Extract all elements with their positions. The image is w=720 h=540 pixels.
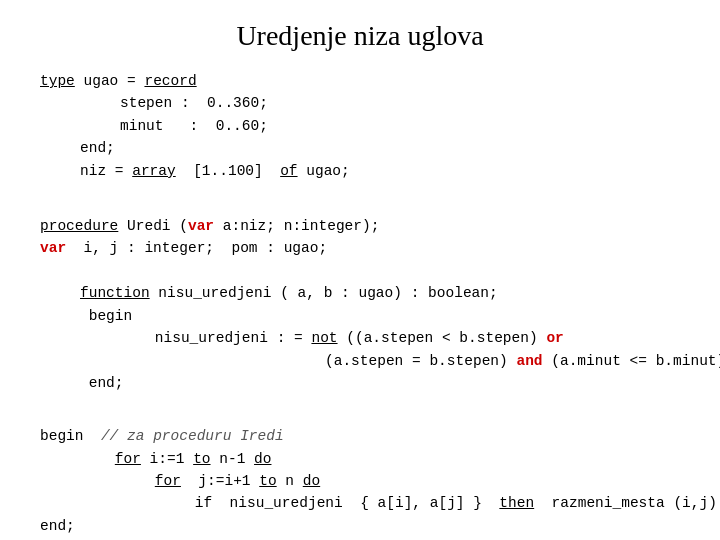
kw-for1: for bbox=[115, 451, 141, 467]
line-1: type ugao = record bbox=[40, 70, 690, 92]
line-begin-main: begin // za proceduru Iredi bbox=[40, 425, 690, 447]
line-5: niz = array [1..100] of ugao; bbox=[40, 160, 690, 182]
kw-record: record bbox=[144, 73, 196, 89]
line-gap1 bbox=[40, 192, 690, 214]
line-3: minut : 0..60; bbox=[40, 115, 690, 137]
line-for1: for i:=1 to n-1 do bbox=[40, 448, 690, 470]
line-begin1: begin bbox=[40, 305, 690, 327]
kw-procedure: procedure bbox=[40, 218, 118, 234]
kw-var-param: var bbox=[188, 218, 214, 234]
page-title: Uredjenje niza uglova bbox=[30, 20, 690, 52]
line-if: if nisu_uredjeni { a[i], a[j] } then raz… bbox=[40, 492, 690, 514]
kw-array: array bbox=[132, 163, 176, 179]
kw-of: of bbox=[280, 163, 297, 179]
kw-var: var bbox=[40, 240, 66, 256]
kw-type: type bbox=[40, 73, 75, 89]
kw-do1: do bbox=[254, 451, 271, 467]
line-end1: end; bbox=[40, 372, 690, 394]
line-4: end; bbox=[40, 137, 690, 159]
code-block: type ugao = record stepen : 0..360; minu… bbox=[30, 70, 690, 537]
line-2: stepen : 0..360; bbox=[40, 92, 690, 114]
kw-to2: to bbox=[259, 473, 276, 489]
line-var: var i, j : integer; pom : ugao; bbox=[40, 237, 690, 259]
kw-not: not bbox=[311, 330, 337, 346]
kw-do2: do bbox=[303, 473, 320, 489]
kw-then: then bbox=[499, 495, 534, 511]
line-gap2 bbox=[40, 260, 690, 282]
kw-or: or bbox=[546, 330, 563, 346]
line-end-main: end; bbox=[40, 515, 690, 537]
kw-to1: to bbox=[193, 451, 210, 467]
line-for2: for j:=i+1 to n do bbox=[40, 470, 690, 492]
page-container: Uredjenje niza uglova type ugao = record… bbox=[0, 0, 720, 540]
line-proc: procedure Uredi (var a:niz; n:integer); bbox=[40, 215, 690, 237]
line-nisu1: nisu_uredjeni : = not ((a.stepen < b.ste… bbox=[40, 327, 690, 349]
line-gap3 bbox=[40, 403, 690, 425]
line-function: function nisu_uredjeni ( a, b : ugao) : … bbox=[40, 282, 690, 304]
kw-for2: for bbox=[155, 473, 181, 489]
kw-function: function bbox=[80, 285, 150, 301]
comment-uredi: // za proceduru Iredi bbox=[101, 428, 284, 444]
line-nisu2: (a.stepen = b.stepen) and (a.minut <= b.… bbox=[40, 350, 690, 372]
kw-and: and bbox=[516, 353, 542, 369]
